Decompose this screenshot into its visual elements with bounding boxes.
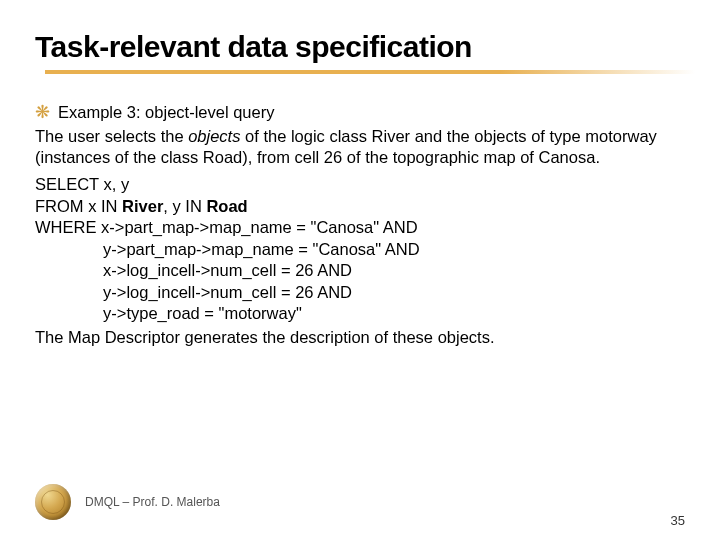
example-label: Example 3: object-level query [58,102,274,123]
query-where: WHERE x->part_map->map_name = "Canosa" A… [35,217,685,238]
bullet-icon: ❋ [35,102,50,124]
query-line-5: y->type_road = "motorway" [103,303,685,324]
description-text: The user selects the objects of the logi… [35,126,685,169]
title-underline [45,70,695,74]
page-number: 35 [671,513,685,528]
slide-title: Task-relevant data specification [35,30,685,64]
closing-text: The Map Descriptor generates the descrip… [35,327,685,348]
seal-icon [35,484,71,520]
query-line-4: y->log_incell->num_cell = 26 AND [103,282,685,303]
query-line-3: x->log_incell->num_cell = 26 AND [103,260,685,281]
query-select: SELECT x, y [35,174,685,195]
query-from: FROM x IN River, y IN Road [35,196,685,217]
slide-content: ❋ Example 3: object-level query The user… [35,102,685,348]
slide-footer: DMQL – Prof. D. Malerba [0,484,720,520]
footer-text: DMQL – Prof. D. Malerba [85,495,220,509]
query-line-2: y->part_map->map_name = "Canosa" AND [103,239,685,260]
query-block: SELECT x, y FROM x IN River, y IN Road W… [35,174,685,324]
